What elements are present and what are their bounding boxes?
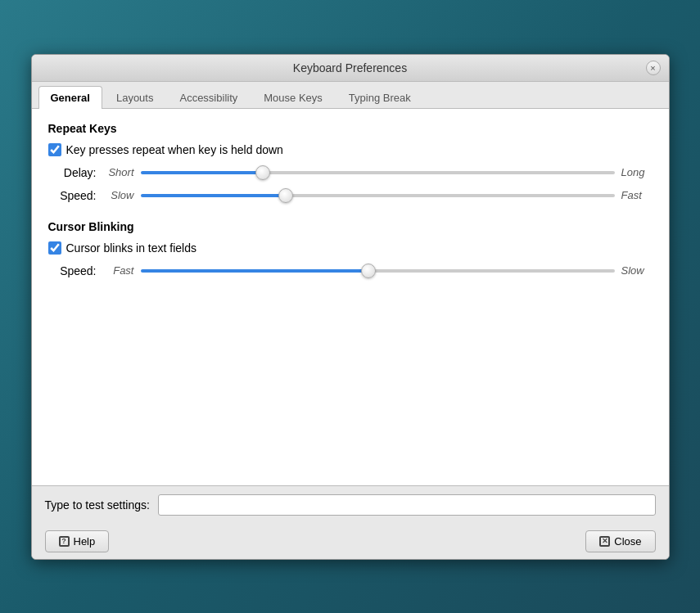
tab-general[interactable]: General — [38, 86, 102, 109]
delay-max-label: Long — [621, 166, 653, 178]
help-button-label: Help — [74, 535, 96, 548]
window-close-button[interactable]: × — [646, 61, 661, 75]
repeat-keys-checkbox[interactable] — [48, 143, 61, 156]
cursor-blinking-section: Cursor Blinking Cursor blinks in text fi… — [48, 220, 653, 279]
cursor-blinking-title: Cursor Blinking — [48, 220, 653, 233]
close-icon: ✕ — [599, 536, 610, 547]
delay-slider-row: Delay: Short Long — [48, 165, 653, 181]
button-bar: ? Help ✕ Close — [32, 524, 669, 559]
cursor-speed-max-label: Slow — [621, 264, 653, 277]
cursor-speed-slider[interactable] — [141, 269, 615, 273]
tab-bar: General Layouts Accessibility Mouse Keys… — [32, 82, 669, 109]
keyboard-preferences-window: Keyboard Preferences × General Layouts A… — [31, 54, 670, 560]
repeat-keys-checkbox-row: Key presses repeat when key is held down — [48, 143, 653, 156]
delay-label: Delay: — [52, 166, 97, 179]
delay-slider[interactable] — [141, 171, 615, 174]
test-settings-input[interactable] — [158, 494, 656, 516]
close-button-label: Close — [614, 535, 641, 548]
speed-max-label: Fast — [621, 189, 653, 201]
cursor-blinking-checkbox[interactable] — [48, 241, 61, 255]
titlebar: Keyboard Preferences × — [32, 55, 669, 82]
help-icon: ? — [59, 536, 70, 547]
repeat-keys-checkbox-label: Key presses repeat when key is held down — [66, 143, 283, 156]
cursor-blinking-checkbox-label: Cursor blinks in text fields — [66, 241, 197, 255]
tab-typing-break[interactable]: Typing Break — [336, 86, 423, 109]
speed-slider-row: Speed: Slow Fast — [48, 187, 653, 204]
tab-accessibility[interactable]: Accessibility — [167, 86, 250, 109]
cursor-speed-min-label: Fast — [103, 264, 134, 277]
speed-min-label: Slow — [103, 189, 134, 201]
content-area: Repeat Keys Key presses repeat when key … — [32, 109, 669, 485]
tab-layouts[interactable]: Layouts — [104, 86, 166, 109]
cursor-speed-slider-row: Speed: Fast Slow — [48, 263, 653, 279]
repeat-keys-title: Repeat Keys — [48, 122, 653, 135]
delay-min-label: Short — [103, 166, 134, 178]
test-settings-bar: Type to test settings: — [32, 485, 669, 524]
cursor-speed-label: Speed: — [52, 264, 97, 277]
test-settings-label: Type to test settings: — [45, 498, 150, 512]
close-button[interactable]: ✕ Close — [585, 530, 655, 552]
speed-label: Speed: — [52, 189, 97, 202]
delay-slider-container — [141, 165, 615, 181]
speed-slider[interactable] — [141, 194, 615, 197]
repeat-keys-section: Repeat Keys Key presses repeat when key … — [48, 122, 653, 204]
speed-slider-container — [141, 187, 615, 204]
tab-mouse-keys[interactable]: Mouse Keys — [251, 86, 335, 109]
cursor-blinking-checkbox-row: Cursor blinks in text fields — [48, 241, 653, 255]
window-title: Keyboard Preferences — [293, 61, 407, 74]
cursor-speed-slider-container — [141, 263, 615, 279]
help-button[interactable]: ? Help — [45, 530, 110, 552]
